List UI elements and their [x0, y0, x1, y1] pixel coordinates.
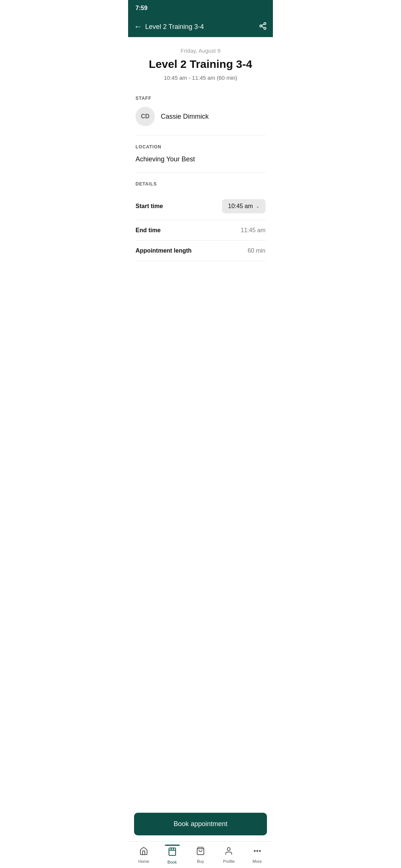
location-section-label: LOCATION — [136, 144, 265, 149]
header-title: Level 2 Training 3-4 — [145, 23, 204, 31]
appointment-length-row: Appointment length 60 min — [136, 241, 265, 261]
staff-name: Cassie Dimmick — [161, 113, 209, 121]
class-time: 10:45 am - 11:45 am (60 min) — [136, 75, 265, 81]
avatar: CD — [136, 107, 155, 126]
class-info: Friday, August 9 Level 2 Training 3-4 10… — [128, 37, 273, 88]
staff-row: CD Cassie Dimmick — [136, 107, 265, 135]
header: ← Level 2 Training 3-4 — [128, 16, 273, 37]
appointment-length-value: 60 min — [248, 247, 265, 254]
location-name: Achieving Your Best — [136, 155, 265, 172]
start-time-value: 10:45 am — [228, 203, 253, 210]
svg-line-3 — [262, 26, 264, 28]
staff-section: STAFF CD Cassie Dimmick — [128, 88, 273, 135]
status-bar: 7:59 — [128, 0, 273, 16]
location-section: LOCATION Achieving Your Best — [128, 135, 273, 172]
start-time-label: Start time — [136, 203, 163, 210]
class-date: Friday, August 9 — [136, 47, 265, 54]
chevron-down-icon: ⌄ — [256, 204, 260, 209]
main-content: Friday, August 9 Level 2 Training 3-4 10… — [128, 37, 273, 298]
end-time-value: 11:45 am — [241, 227, 265, 234]
start-time-row: Start time 10:45 am ⌄ — [136, 193, 265, 220]
details-section-label: DETAILS — [136, 181, 265, 187]
end-time-row: End time 11:45 am — [136, 220, 265, 241]
svg-line-4 — [262, 24, 264, 25]
class-title: Level 2 Training 3-4 — [136, 57, 265, 71]
start-time-dropdown[interactable]: 10:45 am ⌄ — [222, 199, 265, 213]
share-button[interactable] — [259, 22, 267, 32]
status-time: 7:59 — [136, 5, 147, 11]
header-left: ← Level 2 Training 3-4 — [134, 22, 204, 32]
back-button[interactable]: ← — [134, 22, 142, 32]
staff-section-label: STAFF — [136, 96, 265, 101]
end-time-label: End time — [136, 227, 161, 234]
appointment-length-label: Appointment length — [136, 247, 192, 254]
details-section: DETAILS Start time 10:45 am ⌄ End time 1… — [128, 172, 273, 261]
